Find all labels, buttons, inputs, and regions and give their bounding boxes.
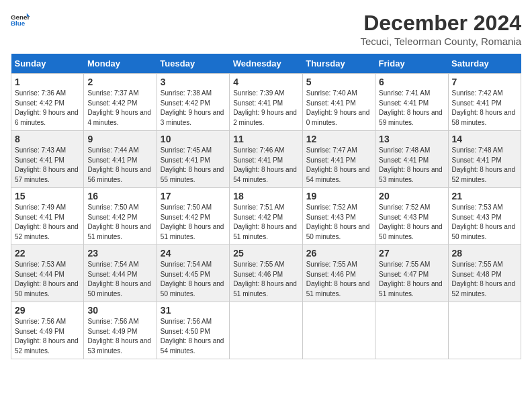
calendar-table: SundayMondayTuesdayWednesdayThursdayFrid… [11,54,521,359]
logo-icon: General Blue [11,11,30,30]
calendar-week-2: 8Sunrise: 7:43 AMSunset: 4:41 PMDaylight… [11,131,521,188]
page-container: General Blue December 2024 Tecuci, Teleo… [11,11,521,359]
calendar-cell [230,302,302,359]
calendar-cell: 14Sunrise: 7:48 AMSunset: 4:41 PMDayligh… [448,131,521,188]
day-detail: Sunrise: 7:56 AMSunset: 4:50 PMDaylight:… [161,317,226,356]
calendar-cell: 6Sunrise: 7:41 AMSunset: 4:41 PMDaylight… [375,74,448,131]
day-number: 24 [161,248,226,259]
calendar-cell: 8Sunrise: 7:43 AMSunset: 4:41 PMDaylight… [11,131,84,188]
calendar-cell: 21Sunrise: 7:53 AMSunset: 4:43 PMDayligh… [448,188,521,245]
weekday-header-thursday: Thursday [302,54,375,74]
day-detail: Sunrise: 7:56 AMSunset: 4:49 PMDaylight:… [87,317,152,356]
calendar-cell: 17Sunrise: 7:50 AMSunset: 4:42 PMDayligh… [157,188,229,245]
day-detail: Sunrise: 7:54 AMSunset: 4:45 PMDaylight:… [161,260,226,299]
weekday-header-saturday: Saturday [448,54,521,74]
calendar-body: 1Sunrise: 7:36 AMSunset: 4:42 PMDaylight… [11,74,521,359]
day-number: 10 [161,134,226,144]
weekday-header-friday: Friday [375,54,448,74]
day-detail: Sunrise: 7:55 AMSunset: 4:46 PMDaylight:… [306,260,371,299]
day-number: 2 [87,77,152,87]
calendar-cell: 7Sunrise: 7:42 AMSunset: 4:41 PMDaylight… [448,74,521,131]
weekday-header-row: SundayMondayTuesdayWednesdayThursdayFrid… [11,54,521,74]
day-detail: Sunrise: 7:53 AMSunset: 4:43 PMDaylight:… [452,203,517,242]
weekday-header-sunday: Sunday [11,54,84,74]
day-detail: Sunrise: 7:51 AMSunset: 4:42 PMDaylight:… [233,203,298,242]
day-number: 22 [15,248,80,259]
day-detail: Sunrise: 7:55 AMSunset: 4:47 PMDaylight:… [379,260,444,299]
day-detail: Sunrise: 7:41 AMSunset: 4:41 PMDaylight:… [379,89,444,128]
calendar-cell: 16Sunrise: 7:50 AMSunset: 4:42 PMDayligh… [84,188,157,245]
calendar-cell: 20Sunrise: 7:52 AMSunset: 4:43 PMDayligh… [375,188,448,245]
title-section: December 2024 Tecuci, Teleorman County, … [360,11,521,47]
day-number: 29 [15,305,80,316]
calendar-cell: 11Sunrise: 7:46 AMSunset: 4:41 PMDayligh… [230,131,302,188]
day-detail: Sunrise: 7:39 AMSunset: 4:41 PMDaylight:… [233,89,298,128]
weekday-header-tuesday: Tuesday [157,54,229,74]
calendar-cell: 29Sunrise: 7:56 AMSunset: 4:49 PMDayligh… [11,302,84,359]
calendar-cell: 19Sunrise: 7:52 AMSunset: 4:43 PMDayligh… [302,188,375,245]
day-detail: Sunrise: 7:53 AMSunset: 4:44 PMDaylight:… [15,260,80,299]
calendar-cell: 24Sunrise: 7:54 AMSunset: 4:45 PMDayligh… [157,245,229,302]
calendar-cell: 12Sunrise: 7:47 AMSunset: 4:41 PMDayligh… [302,131,375,188]
calendar-cell: 13Sunrise: 7:48 AMSunset: 4:41 PMDayligh… [375,131,448,188]
calendar-cell: 3Sunrise: 7:38 AMSunset: 4:42 PMDaylight… [157,74,229,131]
day-number: 27 [379,248,444,259]
day-detail: Sunrise: 7:55 AMSunset: 4:48 PMDaylight:… [452,260,517,299]
svg-text:Blue: Blue [11,19,26,27]
day-detail: Sunrise: 7:56 AMSunset: 4:49 PMDaylight:… [15,317,80,356]
day-number: 12 [306,134,371,144]
day-number: 17 [161,191,226,201]
day-detail: Sunrise: 7:52 AMSunset: 4:43 PMDaylight:… [379,203,444,242]
day-detail: Sunrise: 7:49 AMSunset: 4:41 PMDaylight:… [15,203,80,242]
day-number: 1 [15,77,80,87]
header: General Blue December 2024 Tecuci, Teleo… [11,11,521,47]
day-detail: Sunrise: 7:38 AMSunset: 4:42 PMDaylight:… [161,89,226,128]
calendar-cell: 30Sunrise: 7:56 AMSunset: 4:49 PMDayligh… [84,302,157,359]
calendar-cell: 28Sunrise: 7:55 AMSunset: 4:48 PMDayligh… [448,245,521,302]
calendar-cell: 1Sunrise: 7:36 AMSunset: 4:42 PMDaylight… [11,74,84,131]
day-number: 16 [87,191,152,201]
calendar-cell: 10Sunrise: 7:45 AMSunset: 4:41 PMDayligh… [157,131,229,188]
logo: General Blue [11,11,30,30]
day-detail: Sunrise: 7:50 AMSunset: 4:42 PMDaylight:… [87,203,152,242]
day-detail: Sunrise: 7:45 AMSunset: 4:41 PMDaylight:… [161,146,226,185]
day-number: 14 [452,134,517,144]
day-detail: Sunrise: 7:48 AMSunset: 4:41 PMDaylight:… [379,146,444,185]
calendar-cell: 23Sunrise: 7:54 AMSunset: 4:44 PMDayligh… [84,245,157,302]
calendar-cell: 25Sunrise: 7:55 AMSunset: 4:46 PMDayligh… [230,245,302,302]
day-number: 6 [379,77,444,87]
calendar-week-4: 22Sunrise: 7:53 AMSunset: 4:44 PMDayligh… [11,245,521,302]
day-detail: Sunrise: 7:46 AMSunset: 4:41 PMDaylight:… [233,146,298,185]
calendar-cell: 26Sunrise: 7:55 AMSunset: 4:46 PMDayligh… [302,245,375,302]
weekday-header-monday: Monday [84,54,157,74]
day-number: 4 [233,77,298,87]
day-number: 19 [306,191,371,201]
day-number: 21 [452,191,517,201]
day-number: 11 [233,134,298,144]
calendar-week-5: 29Sunrise: 7:56 AMSunset: 4:49 PMDayligh… [11,302,521,359]
day-number: 15 [15,191,80,201]
calendar-cell: 2Sunrise: 7:37 AMSunset: 4:42 PMDaylight… [84,74,157,131]
day-detail: Sunrise: 7:47 AMSunset: 4:41 PMDaylight:… [306,146,371,185]
calendar-cell: 9Sunrise: 7:44 AMSunset: 4:41 PMDaylight… [84,131,157,188]
day-detail: Sunrise: 7:37 AMSunset: 4:42 PMDaylight:… [87,89,152,128]
day-detail: Sunrise: 7:50 AMSunset: 4:42 PMDaylight:… [161,203,226,242]
day-number: 18 [233,191,298,201]
subtitle: Tecuci, Teleorman County, Romania [360,36,521,47]
day-number: 28 [452,248,517,259]
calendar-cell [302,302,375,359]
calendar-cell: 5Sunrise: 7:40 AMSunset: 4:41 PMDaylight… [302,74,375,131]
day-number: 23 [87,248,152,259]
calendar-cell: 27Sunrise: 7:55 AMSunset: 4:47 PMDayligh… [375,245,448,302]
day-detail: Sunrise: 7:55 AMSunset: 4:46 PMDaylight:… [233,260,298,299]
day-detail: Sunrise: 7:36 AMSunset: 4:42 PMDaylight:… [15,89,80,128]
day-number: 25 [233,248,298,259]
calendar-cell: 22Sunrise: 7:53 AMSunset: 4:44 PMDayligh… [11,245,84,302]
day-number: 30 [87,305,152,316]
day-number: 5 [306,77,371,87]
calendar-week-1: 1Sunrise: 7:36 AMSunset: 4:42 PMDaylight… [11,74,521,131]
day-number: 8 [15,134,80,144]
day-number: 13 [379,134,444,144]
weekday-header-wednesday: Wednesday [230,54,302,74]
calendar-cell: 4Sunrise: 7:39 AMSunset: 4:41 PMDaylight… [230,74,302,131]
